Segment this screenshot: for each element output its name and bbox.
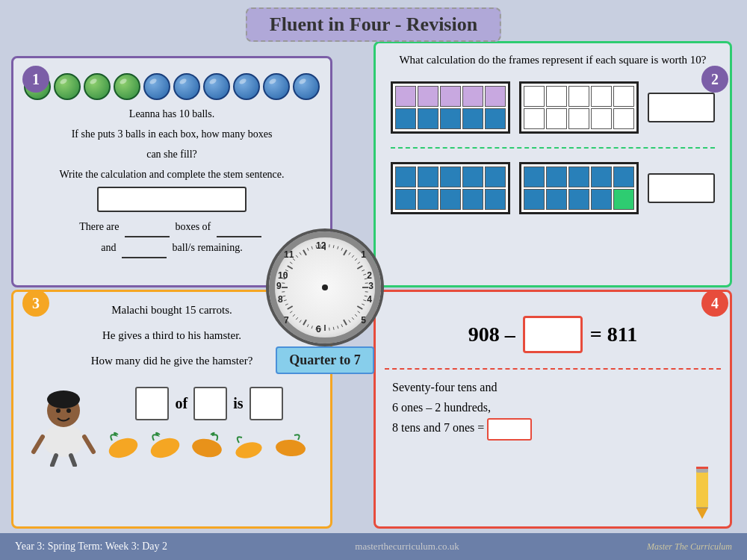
ball-5	[143, 73, 170, 100]
svg-line-12	[363, 274, 366, 275]
svg-line-55	[303, 250, 306, 255]
badge-2: 2	[701, 66, 728, 93]
ten-frame-3	[391, 162, 510, 214]
cell	[613, 167, 634, 187]
q4-rhs: = 811	[590, 323, 637, 346]
clock-num-4: 4	[367, 294, 372, 305]
cell	[462, 86, 483, 107]
svg-line-51	[290, 262, 292, 264]
svg-line-6	[349, 252, 350, 255]
footer-right: Master The Curriculum	[647, 541, 732, 553]
clock-num-1: 1	[361, 249, 366, 260]
of-label: of	[175, 395, 187, 412]
ten-frame-4	[519, 162, 639, 214]
cell	[613, 86, 634, 107]
q2-answer-1[interactable]	[648, 93, 715, 122]
q4-text-line3: 8 tens and 7 ones =	[392, 421, 484, 434]
ball-9	[263, 73, 290, 100]
cell	[524, 86, 545, 107]
cell	[613, 108, 634, 129]
q4-text-line1: Seventy-four tens and	[392, 381, 497, 393]
cell	[524, 189, 545, 210]
pencil-decoration	[681, 463, 726, 523]
svg-line-27	[338, 326, 338, 329]
q4-text-line2: 6 ones – 2 hundreds,	[392, 401, 491, 414]
svg-line-22	[355, 314, 357, 317]
clock-num-5: 5	[361, 315, 366, 326]
cell	[418, 86, 438, 107]
clock-label: Quarter to 7	[276, 346, 374, 374]
fraction-numerator[interactable]	[135, 387, 169, 420]
svg-line-38	[293, 314, 295, 317]
footer: Year 3: Spring Term: Week 3: Day 2 maste…	[0, 533, 747, 560]
badge-3: 3	[22, 290, 49, 317]
svg-line-3	[338, 246, 338, 249]
cell	[568, 189, 589, 210]
svg-line-2	[333, 245, 334, 248]
svg-line-33	[311, 326, 312, 329]
svg-line-56	[307, 248, 309, 251]
carrot-svg-2	[146, 429, 184, 459]
svg-marker-75	[696, 508, 708, 519]
svg-line-42	[284, 300, 287, 301]
svg-line-7	[352, 255, 354, 258]
q4-equation: 908 – = 811	[385, 301, 721, 361]
balls-row	[22, 73, 321, 100]
carrot-decoration	[105, 429, 314, 459]
cell	[613, 189, 634, 210]
ten-frame-1	[391, 81, 510, 134]
frames-container	[385, 75, 721, 220]
ball-7	[203, 73, 230, 100]
cell	[524, 167, 545, 187]
cell	[418, 189, 438, 210]
frame-row-1	[391, 81, 715, 134]
svg-line-25	[344, 320, 347, 325]
boy-figure	[30, 377, 97, 459]
footer-center: masterthecurriculum.co.uk	[355, 541, 459, 553]
svg-line-26	[341, 324, 343, 327]
cell	[485, 86, 506, 107]
q4-missing-value[interactable]	[523, 316, 583, 353]
cell	[395, 167, 416, 187]
cell	[440, 108, 461, 129]
clock-num-8: 8	[278, 294, 283, 305]
cell	[418, 167, 438, 187]
frame-row-2	[391, 162, 715, 214]
clock-num-2: 2	[367, 270, 372, 281]
cell	[440, 167, 461, 187]
badge-1: 1	[22, 66, 49, 93]
svg-line-54	[300, 252, 301, 255]
svg-line-36	[300, 320, 301, 323]
svg-line-65	[34, 437, 43, 452]
q4-lhs: 908 –	[468, 323, 515, 346]
svg-line-66	[84, 437, 93, 452]
clock-num-11: 11	[284, 249, 294, 260]
svg-rect-77	[696, 467, 708, 469]
carrot-svg-3	[188, 429, 226, 459]
q2-answer-2[interactable]	[648, 173, 715, 203]
svg-line-57	[311, 246, 312, 249]
q1-calculation-input[interactable]	[97, 187, 247, 212]
fraction-result[interactable]	[249, 387, 283, 420]
svg-line-4	[341, 248, 343, 251]
ball-4	[114, 73, 140, 100]
ball-8	[233, 73, 260, 100]
q2-divider	[391, 147, 715, 149]
svg-line-53	[296, 255, 298, 258]
fraction-whole[interactable]	[193, 387, 227, 420]
svg-line-50	[288, 266, 293, 269]
svg-point-60	[43, 424, 84, 457]
svg-line-39	[290, 311, 292, 313]
cell	[395, 108, 416, 129]
svg-line-24	[349, 320, 350, 323]
svg-line-5	[344, 250, 347, 255]
cell	[546, 108, 567, 129]
q4-answer-box[interactable]	[487, 418, 532, 441]
q1-line3: can she fill?	[22, 146, 321, 162]
cell	[395, 189, 416, 210]
svg-line-19	[362, 304, 365, 305]
clock-center-dot	[322, 284, 328, 290]
badge-4: 4	[701, 290, 728, 317]
page-title: Fluent in Four - Revision	[246, 7, 501, 42]
carrots-area: of is	[105, 387, 314, 459]
